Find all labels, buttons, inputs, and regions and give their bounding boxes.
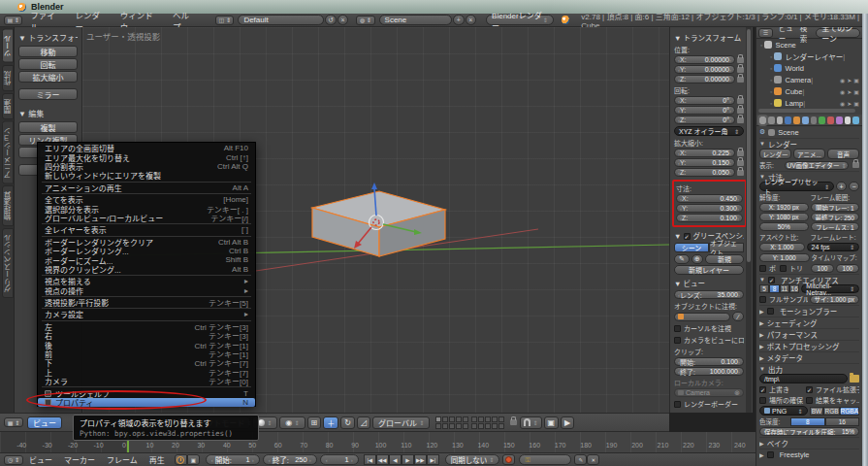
- layer-cell[interactable]: [471, 423, 477, 429]
- menu-item-新しいウィンドウにエリアを複製[interactable]: 新しいウィンドウにエリアを複製: [38, 171, 255, 180]
- layer-cell[interactable]: [498, 416, 504, 422]
- shelf-tab-関連[interactable]: 関連: [2, 93, 14, 119]
- remap-old-field[interactable]: 100: [811, 264, 834, 273]
- scene-lock-icon[interactable]: [510, 419, 517, 425]
- frame-start-field[interactable]: 開始フレー: 1: [811, 203, 860, 212]
- rotation-field-Y:[interactable]: ‹Y:0°›: [674, 106, 735, 115]
- layer-cell[interactable]: [478, 423, 484, 429]
- resolution-pct-field[interactable]: 50%: [759, 222, 809, 231]
- display-mode-select[interactable]: UV画像エディター ⇕: [785, 161, 849, 170]
- panel-header-パフォーマンス[interactable]: ▶パフォーマンス: [759, 328, 859, 340]
- renderable-camera-icon[interactable]: ▣: [853, 100, 859, 107]
- render-button[interactable]: レンダー: [759, 149, 791, 159]
- location-field-X:[interactable]: ‹X:0.00000›: [674, 55, 735, 64]
- resolution-y-field[interactable]: Y: 1080 px: [759, 213, 809, 221]
- channel-BW[interactable]: BW: [810, 407, 824, 416]
- transform-header[interactable]: ▼ トランスフォーム: [674, 32, 744, 43]
- layout-delete-button[interactable]: ×: [338, 15, 349, 25]
- preset-add-button[interactable]: +: [836, 182, 847, 191]
- jump-start-button[interactable]: |◀: [364, 454, 376, 465]
- rotation-field-X:[interactable]: ‹X:0°›: [674, 96, 735, 105]
- edit-panel-header[interactable]: ▼ 編集: [18, 108, 78, 118]
- folder-icon[interactable]: [850, 375, 859, 383]
- render-icon[interactable]: [759, 116, 766, 124]
- scene-icon[interactable]: [777, 116, 784, 124]
- layer-cell[interactable]: [485, 416, 491, 422]
- channel-RGB[interactable]: RGB: [823, 407, 839, 416]
- overwrite-checkbox[interactable]: ✓上書き: [759, 384, 804, 394]
- aa-sample-16[interactable]: 16: [789, 284, 799, 293]
- layer-cell[interactable]: [456, 423, 462, 429]
- inc-arrow[interactable]: ›: [729, 108, 731, 114]
- aa-sample-8[interactable]: 8: [769, 284, 779, 293]
- clip-start-field[interactable]: ‹開始: 0.100›: [674, 357, 744, 366]
- next-keyframe-button[interactable]: ▶▶: [414, 454, 427, 465]
- layer-cell[interactable]: [463, 423, 468, 429]
- clip-end-field[interactable]: ‹終了: 1000.000›: [674, 367, 744, 376]
- toolshelf-button-回転[interactable]: 回転: [18, 58, 78, 70]
- outliner-hscrollbar[interactable]: [758, 109, 855, 113]
- inc-arrow[interactable]: ›: [729, 170, 731, 176]
- insert-keyframe-button[interactable]: ✎: [574, 454, 587, 465]
- toolshelf-button-複製[interactable]: 複製: [18, 121, 78, 133]
- layer-cell[interactable]: [442, 423, 448, 429]
- menu-item-視点の操作[interactable]: 視点の操作▸: [38, 285, 255, 294]
- jump-end-button[interactable]: ▶|: [427, 454, 439, 465]
- render-border-checkbox[interactable]: レンダーボーダー: [674, 399, 744, 409]
- layer-cell[interactable]: [463, 416, 468, 422]
- play-button[interactable]: ▶: [402, 454, 414, 465]
- dimension-field-Z:[interactable]: ‹Z:0.100›: [676, 214, 743, 222]
- play-reverse-button[interactable]: ◀: [389, 454, 402, 465]
- gp-target-icon[interactable]: ⊕: [691, 254, 703, 264]
- lock-icon[interactable]: [737, 150, 744, 156]
- frame-start-field[interactable]: ‹ 開始: 1 ›: [206, 454, 260, 465]
- filter-size-field[interactable]: サイ: 1.000 px: [810, 295, 860, 304]
- toolshelf-button-移動[interactable]: 移動: [18, 46, 78, 57]
- rotate-manipulator-button[interactable]: ↻: [340, 416, 355, 429]
- timeline-menu-ビュー[interactable]: ビュー: [29, 454, 52, 465]
- rotation-field-Z:[interactable]: ‹Z:0°›: [674, 116, 735, 124]
- panel-header-シェーディング[interactable]: ▶シェーディング: [759, 316, 859, 328]
- shelf-tab-グリースペンシル[interactable]: グリースペンシル: [2, 228, 14, 298]
- outliner-row-Cube[interactable]: ◦Cube |◉➤▣: [756, 85, 862, 97]
- layer-cell[interactable]: [449, 416, 455, 422]
- inc-arrow[interactable]: ›: [729, 77, 731, 83]
- timeline-menu-フレーム[interactable]: フレーム: [107, 454, 138, 465]
- inc-arrow[interactable]: ›: [737, 196, 739, 202]
- playback-range-lock-button[interactable]: [175, 454, 187, 465]
- lock-icon[interactable]: [737, 77, 744, 83]
- prev-keyframe-button[interactable]: ◀◀: [376, 454, 389, 465]
- dimension-field-X:[interactable]: ‹X:0.450›: [676, 194, 743, 203]
- extensions-checkbox[interactable]: ✓ファイル拡張子: [806, 384, 859, 394]
- frame-lock-icon[interactable]: ▣: [187, 454, 200, 465]
- preset-remove-button[interactable]: −: [849, 182, 859, 191]
- screen-layout-icon[interactable]: ◫ ⇕: [215, 16, 234, 25]
- local-camera-field[interactable]: Camera⊗: [674, 388, 744, 397]
- inc-arrow[interactable]: ›: [729, 160, 731, 166]
- aspect-x-field[interactable]: X: 1.000: [759, 243, 805, 251]
- expand-dot-icon[interactable]: ◦: [760, 42, 762, 49]
- orientation-select[interactable]: グローバル ⇕: [372, 416, 430, 429]
- fps-select[interactable]: 24 fps⇕: [807, 243, 860, 251]
- sync-mode-select[interactable]: 同期しない ⇕: [445, 454, 500, 465]
- panel-header-Freestyle[interactable]: ▶Freestyle: [759, 449, 859, 460]
- lock-icon[interactable]: [737, 117, 744, 123]
- layer-cell[interactable]: [435, 416, 441, 422]
- screen-layout-field[interactable]: Default: [238, 15, 324, 25]
- pivot-select[interactable]: ◉ ⇕: [279, 416, 305, 429]
- output-panel-header[interactable]: ▼出力: [759, 363, 859, 374]
- shelf-tab-アニメーション[interactable]: アニメーション: [2, 121, 14, 184]
- layer-cell[interactable]: [492, 416, 498, 422]
- rotation-mode-select[interactable]: XYZ オイラー角⇕: [674, 126, 744, 136]
- lock-camera-checkbox[interactable]: カメラをビューにロ..: [674, 335, 744, 345]
- menu-item-アニメーションの再生[interactable]: アニメーションの再生Alt A: [38, 183, 255, 192]
- crop-checkbox[interactable]: トリ: [780, 263, 803, 273]
- render-opengl-anim-button[interactable]: ▶: [561, 416, 574, 429]
- lock-cursor-checkbox[interactable]: カーソルを注視: [674, 323, 744, 333]
- timeline-menu-マーカー[interactable]: マーカー: [64, 454, 95, 465]
- lock-icon[interactable]: [737, 170, 744, 176]
- snap-magnet-button[interactable]: ⇕: [520, 416, 541, 429]
- object-data-icon[interactable]: [819, 116, 825, 124]
- gp-object-tab[interactable]: オブジェクト: [709, 243, 744, 252]
- selectable-arrow-icon[interactable]: ➤: [847, 100, 852, 107]
